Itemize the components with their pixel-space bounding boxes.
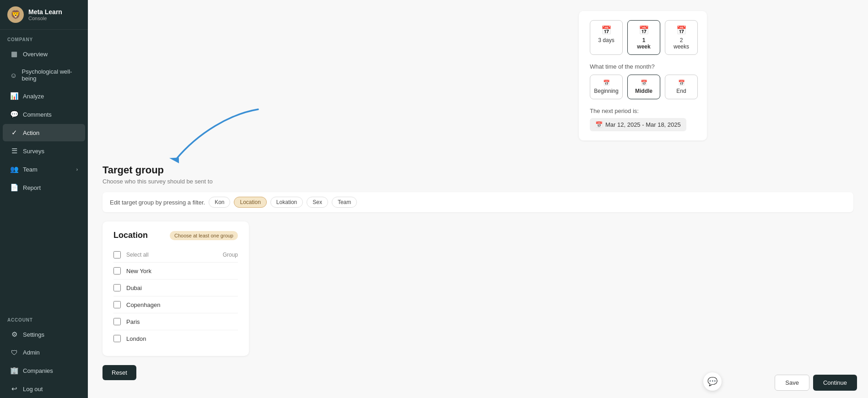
period-3days-label: 3 days [598, 37, 614, 43]
chat-bubble[interactable]: 💬 [703, 372, 722, 391]
month-options: 📅 Beginning 📅 Middle 📅 End [590, 75, 696, 99]
location-copenhagen-checkbox[interactable] [113, 301, 121, 308]
logo-text: Meta Learn Console [28, 8, 62, 22]
calendar-icon: 📅 [603, 80, 610, 86]
sidebar-item-label: Admin [23, 349, 40, 356]
logo-title: Meta Learn [28, 8, 62, 16]
filter-chip-location[interactable]: Location [234, 197, 266, 208]
surveys-icon: ☰ [10, 147, 18, 155]
sidebar-item-analyze[interactable]: 📊 Analyze [3, 87, 85, 105]
filter-chip-team[interactable]: Team [332, 197, 357, 208]
target-group-section: Target group Choose who this survey shou… [102, 164, 853, 380]
period-3days-button[interactable]: 📅 3 days [590, 20, 623, 55]
target-group-title: Target group [102, 164, 853, 176]
location-row: Copenhagen [113, 296, 238, 313]
company-section-label: COMPANY [0, 30, 88, 45]
location-table-header: Select all Group [113, 247, 238, 263]
sidebar-item-companies[interactable]: 🏢 Companies [3, 362, 85, 379]
month-question: What time of the month? [590, 63, 696, 70]
location-card-header: Location Choose at least one group [113, 231, 238, 240]
logout-icon: ↩ [10, 385, 18, 393]
sidebar-item-label: Surveys [23, 148, 44, 155]
sidebar-item-label: Overview [23, 51, 48, 58]
action-icon: ✓ [10, 129, 18, 137]
sidebar-item-comments[interactable]: 💬 Comments [3, 106, 85, 123]
sidebar-logo[interactable]: 🦁 Meta Learn Console [0, 0, 88, 30]
month-beginning-button[interactable]: 📅 Beginning [590, 75, 623, 99]
calendar-small-icon: 📅 [595, 121, 603, 128]
filter-bar-label: Edit target group by pressing a filter. [110, 199, 205, 206]
location-london-checkbox[interactable] [113, 335, 121, 342]
filter-chip-sex[interactable]: Sex [307, 197, 328, 208]
location-row: New York [113, 263, 238, 280]
sidebar-item-label: Report [23, 184, 41, 191]
sidebar-item-team[interactable]: 👥 Team › [3, 161, 85, 178]
period-1week-label: 1 week [635, 37, 652, 50]
location-paris-checkbox[interactable] [113, 318, 121, 325]
period-2weeks-label: 2 weeks [673, 37, 690, 50]
calendar-icon: 📅 [678, 80, 685, 86]
location-card: Location Choose at least one group Selec… [102, 221, 249, 356]
target-group-subtitle: Choose who this survey should be sent to [102, 178, 853, 185]
location-dubai-checkbox[interactable] [113, 284, 121, 291]
filter-chip-kon[interactable]: Kon [209, 197, 230, 208]
next-period-value: 📅 Mar 12, 2025 - Mar 18, 2025 [590, 118, 686, 131]
sidebar-item-label: Team [23, 166, 38, 173]
report-icon: 📄 [10, 183, 18, 192]
next-period-label: The next period is: [590, 108, 696, 114]
location-dubai-label: Dubai [126, 285, 142, 291]
admin-icon: 🛡 [10, 349, 18, 356]
reset-button[interactable]: Reset [102, 365, 136, 380]
location-card-title: Location [113, 231, 148, 240]
sidebar-item-report[interactable]: 📄 Report [3, 179, 85, 196]
location-new-york-checkbox[interactable] [113, 267, 121, 274]
logo-subtitle: Console [28, 16, 62, 21]
overview-icon: ▦ [10, 50, 18, 58]
settings-icon: ⚙ [10, 330, 18, 339]
filter-chip-lokation[interactable]: Lokation [270, 197, 303, 208]
sidebar-item-label: Log out [23, 386, 43, 393]
main-content: 📅 3 days 📅 1 week 📅 2 weeks What time of… [88, 0, 868, 398]
next-period-date: Mar 12, 2025 - Mar 18, 2025 [605, 121, 681, 128]
period-1week-button[interactable]: 📅 1 week [627, 20, 660, 55]
calendar-icon: 📅 [639, 25, 649, 35]
comments-icon: 💬 [10, 110, 18, 118]
sidebar-item-action[interactable]: ✓ Action [3, 124, 85, 141]
month-end-label: End [676, 88, 686, 94]
sidebar-item-psychological[interactable]: ☺ Psychological well-being [3, 64, 85, 86]
month-middle-label: Middle [635, 88, 652, 94]
location-row: Dubai [113, 280, 238, 296]
calendar-icon: 📅 [641, 80, 647, 86]
sidebar-item-settings[interactable]: ⚙ Settings [3, 326, 85, 343]
group-column-label: Group [223, 252, 238, 258]
select-all-checkbox[interactable] [113, 251, 121, 258]
period-card: 📅 3 days 📅 1 week 📅 2 weeks What time of… [579, 11, 707, 140]
sidebar: 🦁 Meta Learn Console COMPANY ▦ Overview … [0, 0, 88, 398]
location-row: Paris [113, 313, 238, 330]
sidebar-item-surveys[interactable]: ☰ Surveys [3, 142, 85, 160]
team-icon: 👥 [10, 165, 18, 173]
filter-bar: Edit target group by pressing a filter. … [102, 192, 853, 212]
month-middle-button[interactable]: 📅 Middle [627, 75, 660, 99]
calendar-icon: 📅 [601, 25, 611, 35]
choose-badge: Choose at least one group [170, 231, 238, 240]
sidebar-item-logout[interactable]: ↩ Log out [3, 380, 85, 398]
month-end-button[interactable]: 📅 End [665, 75, 698, 99]
psychological-icon: ☺ [10, 71, 17, 79]
team-chevron-icon: › [76, 167, 78, 172]
calendar-icon: 📅 [676, 25, 686, 35]
continue-button[interactable]: Continue [813, 375, 857, 391]
location-row: London [113, 330, 238, 347]
save-button[interactable]: Save [775, 375, 809, 391]
sidebar-item-label: Comments [23, 111, 52, 118]
select-all-label: Select all [126, 252, 149, 258]
sidebar-item-overview[interactable]: ▦ Overview [3, 45, 85, 63]
location-paris-label: Paris [126, 318, 140, 325]
sidebar-item-admin[interactable]: 🛡 Admin [3, 344, 85, 361]
account-section-label: ACCOUNT [0, 310, 88, 325]
sidebar-item-label: Companies [23, 367, 53, 374]
sidebar-item-label: Analyze [23, 93, 44, 100]
companies-icon: 🏢 [10, 366, 18, 375]
period-2weeks-button[interactable]: 📅 2 weeks [665, 20, 698, 55]
logo-icon: 🦁 [7, 6, 24, 23]
